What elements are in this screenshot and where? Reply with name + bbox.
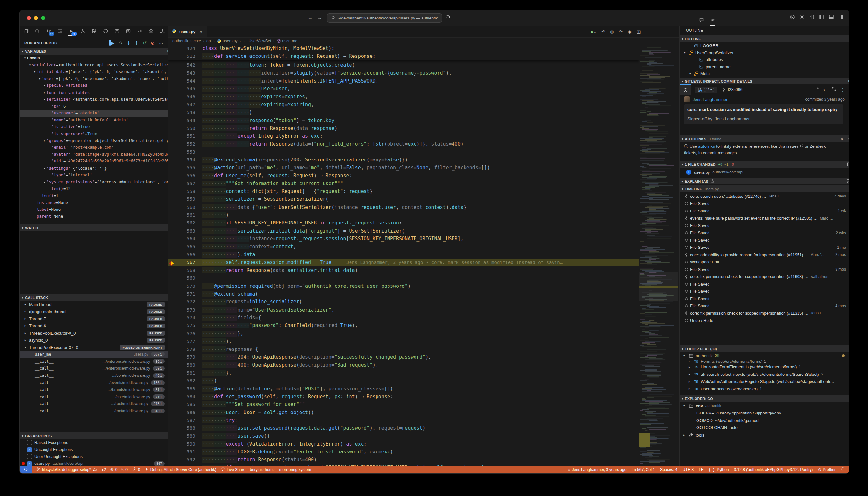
variable-row[interactable]: 'is_active' = True (20, 123, 168, 130)
variable-row[interactable]: ▸serializer = <authentik.core.api.users.… (20, 96, 168, 103)
variable-row[interactable]: ▾'user' = {'pk': 6, 'username': 'akadmin… (20, 75, 168, 82)
remote-indicator[interactable] (20, 466, 31, 473)
code-line[interactable]: 549················response["token"] = t… (168, 116, 639, 124)
comments-panel-tab[interactable] (699, 14, 704, 26)
code-line[interactable]: 583····@action(detail=True, methods=["PO… (168, 385, 639, 392)
variable-row[interactable]: instance = None (20, 199, 168, 206)
activity-beaker-icon[interactable] (79, 27, 87, 35)
activity-remote-screen-icon[interactable] (57, 27, 64, 35)
run-python-file-icon[interactable]: ▶⌄ (591, 29, 596, 34)
nav-back-circle-icon[interactable]: ↶ (601, 29, 605, 34)
code-line[interactable]: 591············LOGGER.debug(event="Faile… (168, 448, 639, 456)
breakpoint-row[interactable]: ✓Uncaught Exceptions (20, 446, 168, 453)
todo-item[interactable]: ▸TSUserInterface.ts (web/src/user)1 (680, 385, 849, 393)
go-env-var[interactable]: GOTOOLCHAIN=auto (680, 424, 849, 432)
variable-row[interactable]: ▸function variables (20, 89, 168, 96)
code-line[interactable]: 555····@action(url_path="me", url_name="… (168, 164, 639, 171)
outline-item[interactable]: LOGGER (680, 42, 849, 49)
variable-row[interactable]: 'username' = 'akadmin' (20, 110, 168, 117)
code-line[interactable]: 542················token: Token = Token.… (168, 61, 639, 69)
variable-row[interactable]: ▸'settings' = {'locale': ''} (20, 165, 168, 171)
explorer-go-section-header[interactable]: ▾EXPLORER: GO (680, 395, 849, 402)
todos-section-header[interactable]: ▾TODOS: FLAT (39) (680, 345, 849, 352)
breadcrumb[interactable]: authentik›core›api›users.py›UserViewSet›… (172, 37, 297, 45)
tab-users-py[interactable]: users.py × (168, 26, 207, 37)
code-line[interactable]: 581········}, (168, 369, 639, 377)
variables-section-header[interactable]: ▾VARIABLES ⧉ (20, 48, 172, 55)
variable-row[interactable]: len() = 1 (20, 192, 168, 199)
code-line[interactable]: 577········), (168, 338, 639, 345)
code-line[interactable]: 548················) (168, 108, 639, 116)
autolinks-section-header[interactable]: ▾AUTOLINKS0 found◈ (680, 136, 849, 142)
code-line[interactable]: 551············except IntegrityError as … (168, 132, 639, 140)
debug-session-status[interactable]: Debug: Attach Server Core (authentik) (145, 467, 216, 472)
continue-icon[interactable]: ▐▶ (108, 40, 115, 45)
language-status[interactable]: { }Python (709, 467, 729, 472)
commit-sha[interactable]: f285096 (722, 87, 742, 92)
timeline-item[interactable]: core: fix permission check for scoped im… (680, 273, 849, 281)
variable-row[interactable]: ▸'groups' = <generator object UserSelfSe… (20, 137, 168, 144)
variable-row[interactable]: ▾Locals (20, 55, 168, 61)
sticky-line[interactable]: 424class UserViewSet(UsedByMixin, ModelV… (168, 45, 639, 52)
code-line[interactable]: 587········try: (168, 416, 639, 424)
more-editor-actions-icon[interactable]: ⋯ (646, 29, 650, 34)
code-line[interactable]: 582····) (168, 377, 639, 385)
variable-row[interactable]: 'email' = 'root@example.com' (20, 144, 168, 151)
step-over-icon[interactable]: ↷ (119, 40, 123, 45)
code-line[interactable]: 593········if user.pk == request.user.pk… (168, 464, 639, 466)
thread-row[interactable]: ▸django-main-threadPAUSED (20, 308, 168, 315)
thread-row[interactable]: ▸ThreadPoolExecutor-0_0PAUSED (20, 329, 168, 337)
code-line[interactable]: 554····@extend_schema(responses={200: Se… (168, 156, 639, 164)
todo-item[interactable]: ▸TSWebAuthnAuthenticatorRegisterStage.ts… (680, 378, 849, 386)
todo-item-partial[interactable]: ▸TSForm.ts (web/src/elements/forms) 1 (680, 360, 849, 363)
timeline-item[interactable]: Workspace Edit (680, 259, 849, 266)
code-line[interactable]: 556····def user_me(self, request: Reques… (168, 171, 639, 179)
thread-row[interactable]: ▸MainThreadPAUSED (20, 301, 168, 308)
thread-row[interactable]: ▸asyncio_0PAUSED (20, 337, 168, 344)
activity-run-circle-icon[interactable] (148, 27, 155, 35)
code-line[interactable]: 572········request=inline_serializer( (168, 298, 639, 306)
code-line[interactable]: 545····················user=user, (168, 85, 639, 93)
notifications-bell-icon[interactable] (841, 467, 845, 472)
code-line[interactable]: 575················"password": CharField… (168, 322, 639, 329)
activity-github-icon[interactable] (102, 27, 109, 35)
timeline-item[interactable]: events: make sure password set event has… (680, 215, 849, 222)
branch-status[interactable]: lifecycle/fix-debugger-setup* (36, 467, 97, 472)
code-line[interactable]: 544····················intent=TokenInten… (168, 77, 639, 85)
problems-status[interactable]: ⊗0⚠0 (110, 467, 128, 472)
variable-row[interactable]: 'is_superuser' = True (20, 130, 168, 137)
stack-frame-row[interactable]: user_meusers.py567:1 (20, 351, 168, 358)
activity-scm-icon[interactable]: 12 (45, 27, 52, 35)
step-out-icon[interactable]: ↑ (135, 40, 139, 45)
code-line[interactable]: 552················return Response(data=… (168, 140, 639, 148)
code-line[interactable]: 565················context=context, (168, 243, 639, 250)
activity-pipelines-icon[interactable] (113, 27, 121, 35)
stack-frame-row[interactable]: __call__.../enterprise/middleware.py39:1 (20, 365, 168, 372)
activity-extensions-icon[interactable] (91, 27, 98, 35)
breadcrumb-item[interactable]: UserViewSet (243, 38, 271, 43)
encoding-status[interactable]: UTF-8 (682, 467, 694, 472)
restart-icon[interactable]: ↺ (143, 40, 147, 45)
code-line[interactable]: 586········user: User = self.get_object(… (168, 408, 639, 416)
cursor-position-status[interactable]: Ln 567, Col 1 (632, 467, 655, 472)
activity-run-debug-icon[interactable]: 1 (68, 27, 75, 36)
step-into-icon[interactable]: ↓ (127, 40, 130, 45)
copilot-menu[interactable]: ⌄ (445, 14, 453, 20)
compare-icon[interactable] (832, 87, 836, 93)
minimap[interactable] (639, 45, 678, 466)
variable-row[interactable]: parent = None (20, 213, 168, 220)
autolinks-link[interactable]: autolinks (698, 144, 715, 149)
more-actions-icon[interactable]: ⋯ (159, 40, 164, 45)
minimize-window-button[interactable] (34, 16, 38, 20)
back-icon[interactable]: ← (823, 87, 828, 93)
breakpoints-section-header[interactable]: ▾BREAKPOINTS (20, 432, 172, 439)
code-line[interactable]: 557········"""Get information about curr… (168, 180, 639, 187)
timeline-item[interactable]: File Saved (680, 295, 849, 303)
indentation-status[interactable]: Spaces: 4 (660, 467, 677, 472)
code-lines[interactable]: 541················response["group_pk"] … (168, 53, 639, 466)
stack-frame-row[interactable]: __call__.../root/middleware.py275:1 (20, 401, 168, 408)
go-env-var[interactable]: GOENV=~/Library/Application Support/go/e… (680, 409, 849, 417)
timeline-item[interactable]: Undo / Redo (680, 317, 849, 325)
code-line[interactable]: 578········responses={ (168, 345, 639, 353)
activity-files-icon[interactable] (22, 27, 30, 35)
